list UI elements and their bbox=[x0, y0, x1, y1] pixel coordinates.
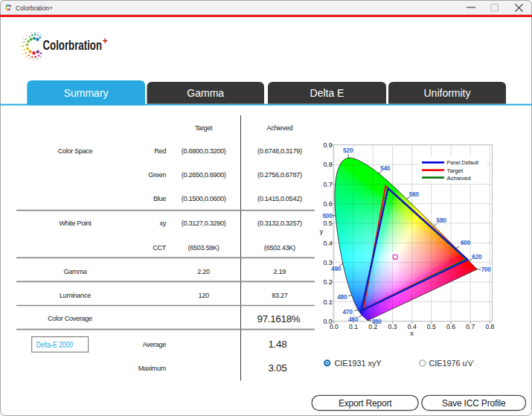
svg-text:y: y bbox=[320, 228, 324, 235]
svg-text:(6503.58K): (6503.58K) bbox=[188, 244, 219, 252]
svg-text:0.6: 0.6 bbox=[446, 323, 455, 330]
svg-text:Achieved: Achieved bbox=[266, 124, 292, 132]
svg-text:0.2: 0.2 bbox=[324, 278, 333, 286]
svg-text:Target: Target bbox=[195, 124, 213, 132]
svg-text:560: 560 bbox=[409, 191, 420, 198]
svg-text:0.6: 0.6 bbox=[324, 200, 333, 208]
svg-text:120: 120 bbox=[198, 292, 209, 299]
svg-text:Export Report: Export Report bbox=[339, 398, 392, 409]
svg-text:(6502.43K): (6502.43K) bbox=[264, 244, 295, 252]
svg-text:Maximum: Maximum bbox=[138, 365, 167, 372]
svg-text:Target: Target bbox=[447, 167, 464, 174]
svg-text:Achieved: Achieved bbox=[447, 175, 471, 182]
svg-text:Uniformity: Uniformity bbox=[423, 87, 470, 99]
svg-text:Gamma: Gamma bbox=[64, 268, 88, 275]
svg-text:Save ICC Profile: Save ICC Profile bbox=[442, 398, 506, 409]
svg-text:0.3: 0.3 bbox=[388, 323, 397, 330]
svg-text:(0.3132,0.3257): (0.3132,0.3257) bbox=[257, 220, 302, 227]
svg-text:(0.6800,0.3200): (0.6800,0.3200) bbox=[182, 147, 226, 155]
svg-text:0.1: 0.1 bbox=[324, 298, 333, 306]
svg-text:520: 520 bbox=[343, 147, 353, 154]
svg-text:380: 380 bbox=[372, 319, 382, 325]
svg-text:Red: Red bbox=[154, 147, 166, 155]
svg-text:(0.1500,0.0600): (0.1500,0.0600) bbox=[182, 195, 226, 202]
svg-text:600: 600 bbox=[461, 240, 471, 246]
svg-text:Delta-E 2000: Delta-E 2000 bbox=[36, 340, 74, 349]
svg-text:0.8: 0.8 bbox=[485, 323, 494, 330]
svg-text:0.7: 0.7 bbox=[324, 181, 333, 188]
svg-text:470: 470 bbox=[342, 309, 353, 316]
svg-text:3.05: 3.05 bbox=[268, 362, 286, 374]
svg-text:480: 480 bbox=[337, 294, 347, 301]
svg-text:500: 500 bbox=[322, 213, 333, 220]
svg-text:0.5: 0.5 bbox=[427, 323, 436, 330]
svg-text:Delta E: Delta E bbox=[310, 87, 344, 99]
svg-text:+: + bbox=[103, 35, 109, 46]
svg-text:0.9: 0.9 bbox=[324, 141, 333, 149]
svg-text:1.48: 1.48 bbox=[268, 339, 286, 350]
svg-text:580: 580 bbox=[437, 217, 447, 224]
svg-text:2.19: 2.19 bbox=[274, 268, 286, 275]
svg-text:(0.6748,0.3179): (0.6748,0.3179) bbox=[257, 147, 302, 155]
svg-text:540: 540 bbox=[380, 165, 391, 172]
svg-text:0.5: 0.5 bbox=[324, 220, 333, 227]
svg-text:460: 460 bbox=[348, 316, 359, 323]
svg-text:620: 620 bbox=[472, 254, 482, 260]
svg-text:(0.3127,0.3290): (0.3127,0.3290) bbox=[182, 220, 226, 227]
svg-text:Blue: Blue bbox=[153, 195, 166, 202]
svg-text:CIE1931 xyY: CIE1931 xyY bbox=[335, 359, 382, 368]
svg-text:Green: Green bbox=[148, 171, 166, 179]
svg-text:Panel Default: Panel Default bbox=[447, 159, 479, 166]
svg-text:Colorbration: Colorbration bbox=[43, 38, 103, 53]
svg-text:Colorbration+: Colorbration+ bbox=[16, 4, 53, 12]
svg-text:Color Space: Color Space bbox=[58, 147, 93, 155]
svg-text:(0.2756,0.6787): (0.2756,0.6787) bbox=[257, 171, 302, 179]
svg-text:83.27: 83.27 bbox=[272, 292, 287, 299]
svg-text:0.4: 0.4 bbox=[324, 240, 333, 247]
svg-text:CCT: CCT bbox=[153, 244, 167, 252]
svg-text:0.8: 0.8 bbox=[324, 161, 333, 168]
svg-text:0.7: 0.7 bbox=[466, 323, 475, 330]
svg-text:490: 490 bbox=[331, 266, 342, 272]
svg-text:0.0: 0.0 bbox=[324, 318, 333, 325]
svg-text:CIE1976 u'v': CIE1976 u'v' bbox=[429, 359, 475, 368]
svg-text:97.1618%: 97.1618% bbox=[257, 313, 300, 324]
svg-text:700: 700 bbox=[481, 266, 491, 273]
svg-text:Gamma: Gamma bbox=[187, 87, 224, 99]
svg-text:0.1: 0.1 bbox=[349, 323, 358, 330]
svg-text:Average: Average bbox=[142, 341, 166, 348]
svg-text:(0.1415,0.0542): (0.1415,0.0542) bbox=[257, 195, 302, 202]
svg-text:Color Coverage: Color Coverage bbox=[48, 315, 92, 322]
svg-text:Luminance: Luminance bbox=[60, 292, 91, 299]
svg-text:White Point: White Point bbox=[59, 220, 92, 227]
svg-text:(0.2650,0.6900): (0.2650,0.6900) bbox=[182, 171, 226, 179]
svg-text:x: x bbox=[410, 330, 414, 337]
svg-text:xy: xy bbox=[160, 220, 167, 227]
svg-text:Summary: Summary bbox=[64, 87, 109, 99]
svg-text:2.20: 2.20 bbox=[197, 268, 210, 275]
